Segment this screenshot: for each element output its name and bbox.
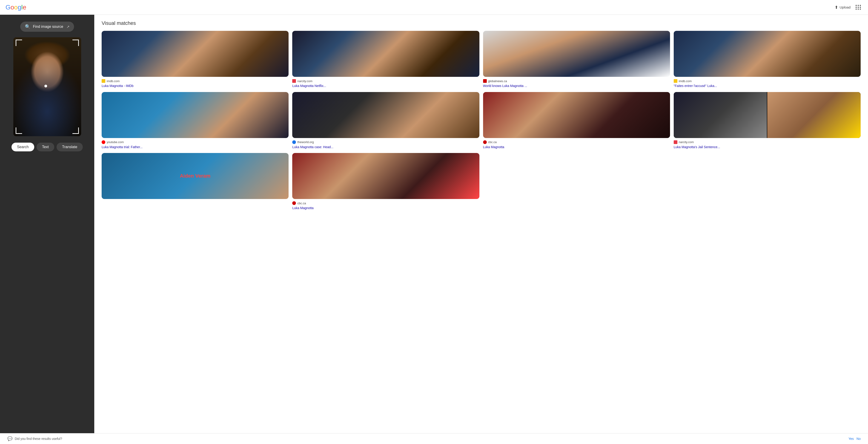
tab-text[interactable]: Text — [36, 143, 54, 151]
tab-translate[interactable]: Translate — [57, 143, 83, 151]
source-row-r2: narcity.com — [292, 79, 479, 83]
feedback-yes-button[interactable]: Yes — [848, 437, 854, 441]
find-source-label: Find image source — [33, 25, 63, 29]
apps-grid-icon — [856, 5, 861, 10]
result-title-r8: Luka Magnotta's Jail Sentence... — [674, 145, 861, 150]
section-title: Visual matches — [102, 20, 861, 26]
result-image-r2 — [292, 31, 479, 77]
upload-label: Upload — [839, 5, 850, 9]
feedback-no-button[interactable]: No — [857, 437, 861, 441]
corner-bracket-tl — [16, 39, 22, 46]
result-card-aiden[interactable]: Aiden Veram — [102, 153, 288, 210]
source-name-r7: cbc.ca — [488, 140, 497, 144]
source-name-r6: theworld.org — [297, 140, 314, 144]
source-name-r9: cbc.ca — [297, 202, 306, 205]
favicon-imdb-2 — [674, 79, 677, 83]
feedback-question-area: 💬 Did you find these results useful? — [7, 436, 62, 441]
source-name-r5: youtube.com — [107, 140, 124, 144]
chat-icon: 💬 — [7, 436, 12, 441]
result-card-r8[interactable]: narcity.com Luka Magnotta's Jail Sentenc… — [674, 92, 861, 150]
result-image-r4 — [674, 31, 861, 77]
feedback-question: Did you find these results useful? — [15, 437, 62, 441]
apps-button[interactable] — [854, 3, 863, 11]
source-row-r9: cbc.ca — [292, 201, 479, 205]
source-row-r8: narcity.com — [674, 140, 861, 144]
favicon-globalnews-1 — [483, 79, 487, 83]
result-image-r8-part-a — [674, 92, 767, 138]
favicon-narcity-1 — [292, 79, 296, 83]
main-container: 🔍 Find image source ↗ Search Text Transl… — [0, 15, 868, 433]
feedback-buttons: Yes No — [848, 437, 861, 441]
result-title-r1: Luka Magnotta - IMDb — [102, 84, 288, 88]
lens-icon: 🔍 — [25, 24, 31, 29]
result-image-r1 — [102, 31, 288, 77]
result-image-aiden: Aiden Veram — [102, 153, 288, 199]
result-image-r3 — [483, 31, 670, 77]
result-image-r8-part-b — [767, 92, 861, 138]
favicon-cbc-1 — [483, 140, 487, 144]
aiden-text: Aiden Veram — [180, 173, 210, 179]
result-image-r9 — [292, 153, 479, 199]
external-link-icon: ↗ — [66, 25, 69, 29]
corner-bracket-tr — [72, 39, 79, 46]
result-title-r6: Luka Magnotta case: Head... — [292, 145, 479, 150]
favicon-cbc-2 — [292, 201, 296, 205]
source-row-r4: imdb.com — [674, 79, 861, 83]
source-name-r3: globalnews.ca — [488, 79, 507, 83]
source-row-r6: theworld.org — [292, 140, 479, 144]
result-title-r2: Luka Magnotta Netflix... — [292, 84, 479, 88]
upload-icon: ⬆ — [835, 5, 838, 10]
result-title-r9: Luka Magnotta — [292, 206, 479, 210]
source-name-r4: imdb.com — [679, 79, 692, 83]
source-name-r2: narcity.com — [297, 79, 312, 83]
result-image-r6 — [292, 92, 479, 138]
source-name-r1: imdb.com — [107, 79, 120, 83]
result-image-r8 — [674, 92, 861, 138]
bottom-bar: 💬 Did you find these results useful? Yes… — [0, 433, 868, 444]
right-panel: Visual matches imdb.com Luka Magnotta - … — [94, 15, 868, 433]
result-card-r7[interactable]: cbc.ca Luka Magnotta — [483, 92, 670, 150]
result-card-r4[interactable]: imdb.com "Faites entrer l'accusé" Luka..… — [674, 31, 861, 88]
result-image-r7 — [483, 92, 670, 138]
result-card-r3[interactable]: globalnews.ca World knows Luka Magnotta … — [483, 31, 670, 88]
google-logo[interactable]: Google — [5, 4, 26, 11]
favicon-imdb-1 — [102, 79, 105, 83]
upload-button[interactable]: ⬆ Upload — [835, 5, 850, 10]
photo-background — [13, 37, 81, 136]
source-row-r3: globalnews.ca — [483, 79, 670, 83]
favicon-youtube-1 — [102, 140, 105, 144]
corner-bracket-bl — [16, 127, 22, 134]
find-image-source-button[interactable]: 🔍 Find image source ↗ — [20, 22, 74, 32]
header-left: Google — [5, 4, 26, 11]
source-row-r5: youtube.com — [102, 140, 288, 144]
source-name-r8: narcity.com — [679, 140, 694, 144]
result-card-r2[interactable]: narcity.com Luka Magnotta Netflix... — [292, 31, 479, 88]
header-right: ⬆ Upload — [835, 3, 863, 11]
result-card-r6[interactable]: theworld.org Luka Magnotta case: Head... — [292, 92, 479, 150]
corner-bracket-br — [72, 127, 79, 134]
source-row-r7: cbc.ca — [483, 140, 670, 144]
uploaded-image — [13, 37, 81, 136]
results-grid: imdb.com Luka Magnotta - IMDb narcity.co… — [102, 31, 861, 210]
result-title-r4: "Faites entrer l'accusé" Luka... — [674, 84, 861, 88]
result-title-r7: Luka Magnotta — [483, 145, 670, 150]
result-card-r9[interactable]: cbc.ca Luka Magnotta — [292, 153, 479, 210]
result-card-r1[interactable]: imdb.com Luka Magnotta - IMDb — [102, 31, 288, 88]
result-title-r5: Luka Magnotta trial: Father... — [102, 145, 288, 150]
left-panel: 🔍 Find image source ↗ Search Text Transl… — [0, 15, 94, 433]
result-card-r5[interactable]: youtube.com Luka Magnotta trial: Father.… — [102, 92, 288, 150]
favicon-theworld-1 — [292, 140, 296, 144]
result-image-r5 — [102, 92, 288, 138]
favicon-narcity-2 — [674, 140, 677, 144]
tab-search[interactable]: Search — [11, 143, 34, 151]
header: Google ⬆ Upload — [0, 0, 868, 15]
source-row-r1: imdb.com — [102, 79, 288, 83]
bottom-tabs: Search Text Translate — [11, 143, 83, 151]
result-title-r3: World knows Luka Magnotta ... — [483, 84, 670, 88]
